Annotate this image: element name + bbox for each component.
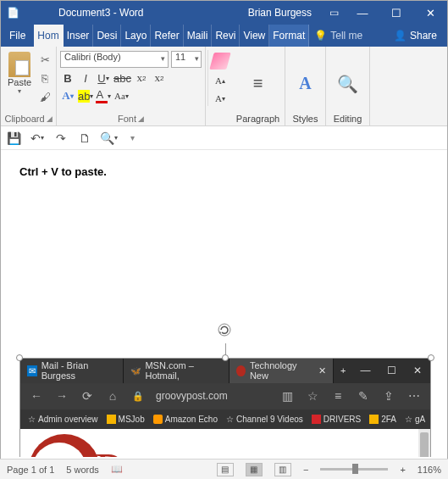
proofing-icon[interactable]: 📖	[111, 464, 123, 475]
zoom-slider[interactable]	[320, 468, 388, 471]
zoom-out-button[interactable]: −	[303, 465, 308, 475]
favorite-icon[interactable]: ☆	[305, 389, 320, 403]
italic-button[interactable]: I	[78, 70, 93, 86]
back-button[interactable]: ←	[29, 389, 44, 403]
home-button[interactable]: ⌂	[105, 389, 120, 403]
refresh-button[interactable]: ⟳	[80, 389, 95, 403]
close-button[interactable]: ✕	[413, 7, 447, 19]
grow-font-button[interactable]: A▴	[212, 73, 229, 88]
address-bar[interactable]: groovypost.com	[156, 390, 269, 402]
find-icon[interactable]: 🔍	[337, 74, 358, 94]
share-button[interactable]: 👤Share	[384, 25, 447, 47]
slider-thumb[interactable]	[352, 464, 358, 474]
minimize-button[interactable]: —	[352, 359, 379, 383]
tab-format[interactable]: Format	[269, 25, 309, 47]
resize-handle[interactable]	[428, 354, 434, 361]
underline-button[interactable]: U ▾	[96, 70, 111, 86]
qat-customize-button[interactable]: ▾	[124, 131, 140, 146]
ribbon: Paste ▾ ✂ ⎘ 🖌 Clipboard◢ Calibri (Body)▾…	[1, 47, 447, 126]
notes-icon[interactable]: ✎	[356, 389, 371, 403]
tab-mailings[interactable]: Maili	[184, 25, 213, 47]
tab-view[interactable]: View	[240, 25, 269, 47]
minimize-button[interactable]: —	[346, 7, 379, 19]
undo-button[interactable]: ↶▾	[30, 131, 45, 146]
scroll-thumb[interactable]	[420, 432, 429, 457]
share-icon[interactable]: ⇪	[381, 389, 396, 403]
scrollbar[interactable]	[418, 429, 430, 457]
browser-tab[interactable]: Technology New✕	[230, 359, 335, 383]
tab-home[interactable]: Hom	[34, 25, 63, 47]
clear-formatting-button[interactable]	[212, 53, 229, 69]
format-painter-button[interactable]: 🖌	[37, 89, 53, 104]
tab-design[interactable]: Desi	[93, 25, 121, 47]
font-name-select[interactable]: Calibri (Body)▾	[60, 51, 169, 68]
ribbon-display-icon[interactable]: ▭	[322, 7, 346, 19]
resize-handle[interactable]	[16, 354, 23, 361]
zoom-in-button[interactable]: +	[400, 465, 405, 475]
title-bar: 📄 Document3 - Word Brian Burgess ▭ — ☐ ✕	[1, 1, 447, 25]
superscript-button[interactable]: x2	[152, 70, 167, 86]
highlight-button[interactable]: ab▾	[78, 88, 93, 103]
redo-button[interactable]: ↷	[53, 131, 69, 146]
bookmark[interactable]: ☆gA	[402, 415, 428, 424]
new-tab-button[interactable]: +	[334, 359, 352, 383]
font-color-button[interactable]: A▾	[96, 88, 111, 103]
dialog-launcher-icon[interactable]: ◢	[47, 114, 53, 123]
paragraph-icon[interactable]: ≡	[253, 74, 263, 93]
strikethrough-button[interactable]: abc	[113, 70, 131, 86]
paste-button[interactable]: Paste ▾	[4, 48, 35, 95]
rotate-handle[interactable]	[217, 322, 232, 337]
bookmark[interactable]: 2FA	[367, 415, 399, 424]
new-doc-button[interactable]: 🗋	[77, 131, 92, 146]
word-count[interactable]: 5 words	[66, 465, 99, 475]
page-count[interactable]: Page 1 of 1	[7, 465, 54, 475]
site-icon	[236, 365, 246, 376]
close-button[interactable]: ✕	[404, 359, 430, 383]
close-tab-icon[interactable]: ✕	[318, 365, 326, 376]
tab-review[interactable]: Revi	[212, 25, 240, 47]
save-button[interactable]: 💾	[6, 131, 21, 146]
change-case-button[interactable]: Aa▾	[113, 88, 129, 103]
outlook-icon: ✉	[27, 365, 37, 376]
zoom-level[interactable]: 116%	[418, 465, 441, 475]
copy-button[interactable]: ⎘	[37, 70, 53, 86]
print-preview-button[interactable]: 🔍▾	[101, 131, 116, 146]
shrink-font-button[interactable]: A▾	[212, 91, 229, 106]
more-icon[interactable]: ⋯	[407, 389, 422, 403]
group-label[interactable]: Styles	[293, 114, 318, 124]
resize-handle[interactable]	[222, 354, 229, 361]
maximize-button[interactable]: ☐	[379, 7, 413, 19]
subscript-button[interactable]: x2	[134, 70, 149, 86]
quick-access-toolbar: 💾 ↶▾ ↷ 🗋 🔍▾ ▾	[1, 126, 447, 150]
tab-references[interactable]: Refer	[151, 25, 183, 47]
bold-button[interactable]: B	[60, 70, 75, 86]
browser-tab[interactable]: ✉Mail - Brian Burgess	[20, 359, 124, 383]
group-label[interactable]: Paragraph	[236, 114, 279, 124]
browser-tab[interactable]: 🦋MSN.com – Hotmail,	[124, 359, 229, 383]
document-area[interactable]: Ctrl + V to paste. ✉Mail - Brian Burgess…	[1, 150, 447, 457]
bookmark[interactable]: DRIVERS	[309, 415, 363, 424]
cut-button[interactable]: ✂	[37, 52, 53, 67]
read-mode-button[interactable]: ▤	[217, 463, 234, 476]
tab-file[interactable]: File	[1, 25, 34, 47]
tab-insert[interactable]: Inser	[64, 25, 94, 47]
hub-icon[interactable]: ≡	[330, 389, 346, 403]
bookmark[interactable]: ☆Admin overview	[25, 415, 101, 424]
dialog-launcher-icon[interactable]: ◢	[138, 114, 144, 123]
pasted-image[interactable]: ✉Mail - Brian Burgess 🦋MSN.com – Hotmail…	[19, 358, 431, 457]
group-label[interactable]: Editing	[334, 114, 362, 124]
maximize-button[interactable]: ☐	[379, 359, 405, 383]
forward-button[interactable]: →	[54, 389, 69, 403]
font-size-select[interactable]: 11▾	[171, 51, 202, 68]
text-effects-button[interactable]: A▾	[60, 88, 75, 103]
bookmark[interactable]: ☆Channel 9 Videos	[224, 415, 306, 424]
bookmark[interactable]: Amazon Echo	[151, 415, 220, 424]
tell-me[interactable]: 💡Tell me	[309, 25, 368, 47]
bookmark[interactable]: MSJob	[104, 415, 147, 424]
web-layout-button[interactable]: ▥	[274, 463, 291, 476]
user-name[interactable]: Brian Burgess	[238, 7, 322, 19]
reading-view-icon[interactable]: ▥	[279, 389, 295, 403]
styles-icon[interactable]: A	[299, 74, 311, 93]
print-layout-button[interactable]: ▦	[246, 463, 263, 476]
tab-layout[interactable]: Layo	[121, 25, 151, 47]
